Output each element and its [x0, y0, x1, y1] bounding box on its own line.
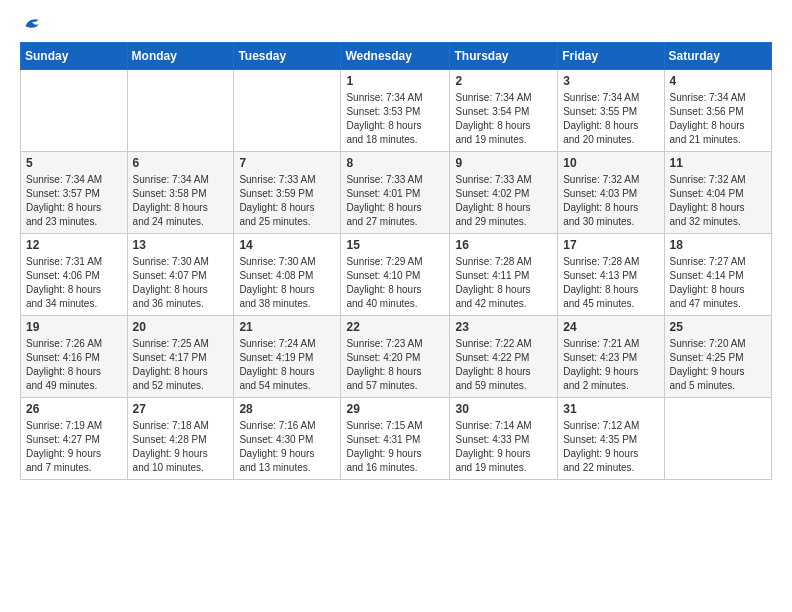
calendar-week-row: 1Sunrise: 7:34 AM Sunset: 3:53 PM Daylig…	[21, 70, 772, 152]
day-number: 12	[26, 238, 122, 252]
calendar-cell: 22Sunrise: 7:23 AM Sunset: 4:20 PM Dayli…	[341, 316, 450, 398]
day-number: 1	[346, 74, 444, 88]
day-number: 19	[26, 320, 122, 334]
weekday-header-monday: Monday	[127, 43, 234, 70]
day-info-text: Sunrise: 7:23 AM Sunset: 4:20 PM Dayligh…	[346, 337, 444, 393]
calendar-week-row: 19Sunrise: 7:26 AM Sunset: 4:16 PM Dayli…	[21, 316, 772, 398]
day-info-text: Sunrise: 7:15 AM Sunset: 4:31 PM Dayligh…	[346, 419, 444, 475]
day-number: 22	[346, 320, 444, 334]
day-number: 28	[239, 402, 335, 416]
logo-bird-icon	[22, 16, 42, 30]
weekday-header-sunday: Sunday	[21, 43, 128, 70]
day-number: 6	[133, 156, 229, 170]
calendar-cell: 31Sunrise: 7:12 AM Sunset: 4:35 PM Dayli…	[558, 398, 664, 480]
day-info-text: Sunrise: 7:33 AM Sunset: 3:59 PM Dayligh…	[239, 173, 335, 229]
day-number: 25	[670, 320, 766, 334]
day-number: 26	[26, 402, 122, 416]
day-info-text: Sunrise: 7:27 AM Sunset: 4:14 PM Dayligh…	[670, 255, 766, 311]
day-info-text: Sunrise: 7:22 AM Sunset: 4:22 PM Dayligh…	[455, 337, 552, 393]
calendar-cell: 13Sunrise: 7:30 AM Sunset: 4:07 PM Dayli…	[127, 234, 234, 316]
calendar-cell: 20Sunrise: 7:25 AM Sunset: 4:17 PM Dayli…	[127, 316, 234, 398]
calendar-cell: 1Sunrise: 7:34 AM Sunset: 3:53 PM Daylig…	[341, 70, 450, 152]
day-info-text: Sunrise: 7:28 AM Sunset: 4:13 PM Dayligh…	[563, 255, 658, 311]
calendar-cell: 11Sunrise: 7:32 AM Sunset: 4:04 PM Dayli…	[664, 152, 771, 234]
day-info-text: Sunrise: 7:18 AM Sunset: 4:28 PM Dayligh…	[133, 419, 229, 475]
calendar-cell: 8Sunrise: 7:33 AM Sunset: 4:01 PM Daylig…	[341, 152, 450, 234]
day-number: 2	[455, 74, 552, 88]
day-info-text: Sunrise: 7:24 AM Sunset: 4:19 PM Dayligh…	[239, 337, 335, 393]
day-info-text: Sunrise: 7:33 AM Sunset: 4:02 PM Dayligh…	[455, 173, 552, 229]
day-info-text: Sunrise: 7:16 AM Sunset: 4:30 PM Dayligh…	[239, 419, 335, 475]
day-number: 17	[563, 238, 658, 252]
day-info-text: Sunrise: 7:21 AM Sunset: 4:23 PM Dayligh…	[563, 337, 658, 393]
day-info-text: Sunrise: 7:14 AM Sunset: 4:33 PM Dayligh…	[455, 419, 552, 475]
day-number: 7	[239, 156, 335, 170]
day-info-text: Sunrise: 7:29 AM Sunset: 4:10 PM Dayligh…	[346, 255, 444, 311]
weekday-header-tuesday: Tuesday	[234, 43, 341, 70]
calendar-cell: 21Sunrise: 7:24 AM Sunset: 4:19 PM Dayli…	[234, 316, 341, 398]
calendar-cell: 25Sunrise: 7:20 AM Sunset: 4:25 PM Dayli…	[664, 316, 771, 398]
weekday-header-saturday: Saturday	[664, 43, 771, 70]
calendar-cell	[21, 70, 128, 152]
calendar-cell: 6Sunrise: 7:34 AM Sunset: 3:58 PM Daylig…	[127, 152, 234, 234]
day-info-text: Sunrise: 7:34 AM Sunset: 3:55 PM Dayligh…	[563, 91, 658, 147]
day-info-text: Sunrise: 7:32 AM Sunset: 4:03 PM Dayligh…	[563, 173, 658, 229]
day-info-text: Sunrise: 7:12 AM Sunset: 4:35 PM Dayligh…	[563, 419, 658, 475]
day-number: 8	[346, 156, 444, 170]
day-number: 15	[346, 238, 444, 252]
calendar-cell: 19Sunrise: 7:26 AM Sunset: 4:16 PM Dayli…	[21, 316, 128, 398]
day-number: 5	[26, 156, 122, 170]
day-number: 3	[563, 74, 658, 88]
day-number: 27	[133, 402, 229, 416]
day-number: 9	[455, 156, 552, 170]
calendar-cell: 12Sunrise: 7:31 AM Sunset: 4:06 PM Dayli…	[21, 234, 128, 316]
page: SundayMondayTuesdayWednesdayThursdayFrid…	[0, 0, 792, 612]
day-number: 29	[346, 402, 444, 416]
calendar-cell: 23Sunrise: 7:22 AM Sunset: 4:22 PM Dayli…	[450, 316, 558, 398]
day-info-text: Sunrise: 7:34 AM Sunset: 3:57 PM Dayligh…	[26, 173, 122, 229]
day-info-text: Sunrise: 7:30 AM Sunset: 4:08 PM Dayligh…	[239, 255, 335, 311]
calendar-cell: 27Sunrise: 7:18 AM Sunset: 4:28 PM Dayli…	[127, 398, 234, 480]
day-info-text: Sunrise: 7:32 AM Sunset: 4:04 PM Dayligh…	[670, 173, 766, 229]
calendar-table: SundayMondayTuesdayWednesdayThursdayFrid…	[20, 42, 772, 480]
calendar-cell: 15Sunrise: 7:29 AM Sunset: 4:10 PM Dayli…	[341, 234, 450, 316]
day-number: 23	[455, 320, 552, 334]
day-number: 16	[455, 238, 552, 252]
day-info-text: Sunrise: 7:34 AM Sunset: 3:54 PM Dayligh…	[455, 91, 552, 147]
calendar-cell: 26Sunrise: 7:19 AM Sunset: 4:27 PM Dayli…	[21, 398, 128, 480]
day-info-text: Sunrise: 7:19 AM Sunset: 4:27 PM Dayligh…	[26, 419, 122, 475]
calendar-cell	[234, 70, 341, 152]
day-number: 18	[670, 238, 766, 252]
day-info-text: Sunrise: 7:26 AM Sunset: 4:16 PM Dayligh…	[26, 337, 122, 393]
calendar-cell: 5Sunrise: 7:34 AM Sunset: 3:57 PM Daylig…	[21, 152, 128, 234]
weekday-header-friday: Friday	[558, 43, 664, 70]
day-number: 24	[563, 320, 658, 334]
calendar-cell: 14Sunrise: 7:30 AM Sunset: 4:08 PM Dayli…	[234, 234, 341, 316]
day-number: 21	[239, 320, 335, 334]
day-info-text: Sunrise: 7:34 AM Sunset: 3:53 PM Dayligh…	[346, 91, 444, 147]
calendar-cell: 16Sunrise: 7:28 AM Sunset: 4:11 PM Dayli…	[450, 234, 558, 316]
calendar-cell: 29Sunrise: 7:15 AM Sunset: 4:31 PM Dayli…	[341, 398, 450, 480]
day-info-text: Sunrise: 7:34 AM Sunset: 3:58 PM Dayligh…	[133, 173, 229, 229]
day-number: 13	[133, 238, 229, 252]
calendar-cell: 3Sunrise: 7:34 AM Sunset: 3:55 PM Daylig…	[558, 70, 664, 152]
calendar-cell	[664, 398, 771, 480]
calendar-cell: 17Sunrise: 7:28 AM Sunset: 4:13 PM Dayli…	[558, 234, 664, 316]
calendar-week-row: 12Sunrise: 7:31 AM Sunset: 4:06 PM Dayli…	[21, 234, 772, 316]
day-info-text: Sunrise: 7:31 AM Sunset: 4:06 PM Dayligh…	[26, 255, 122, 311]
day-number: 14	[239, 238, 335, 252]
day-number: 10	[563, 156, 658, 170]
calendar-cell: 30Sunrise: 7:14 AM Sunset: 4:33 PM Dayli…	[450, 398, 558, 480]
calendar-cell: 24Sunrise: 7:21 AM Sunset: 4:23 PM Dayli…	[558, 316, 664, 398]
header	[20, 16, 772, 30]
day-number: 20	[133, 320, 229, 334]
calendar-cell	[127, 70, 234, 152]
calendar-cell: 10Sunrise: 7:32 AM Sunset: 4:03 PM Dayli…	[558, 152, 664, 234]
calendar-week-row: 5Sunrise: 7:34 AM Sunset: 3:57 PM Daylig…	[21, 152, 772, 234]
day-number: 30	[455, 402, 552, 416]
weekday-header-thursday: Thursday	[450, 43, 558, 70]
day-info-text: Sunrise: 7:33 AM Sunset: 4:01 PM Dayligh…	[346, 173, 444, 229]
day-info-text: Sunrise: 7:25 AM Sunset: 4:17 PM Dayligh…	[133, 337, 229, 393]
day-number: 31	[563, 402, 658, 416]
calendar-cell: 18Sunrise: 7:27 AM Sunset: 4:14 PM Dayli…	[664, 234, 771, 316]
